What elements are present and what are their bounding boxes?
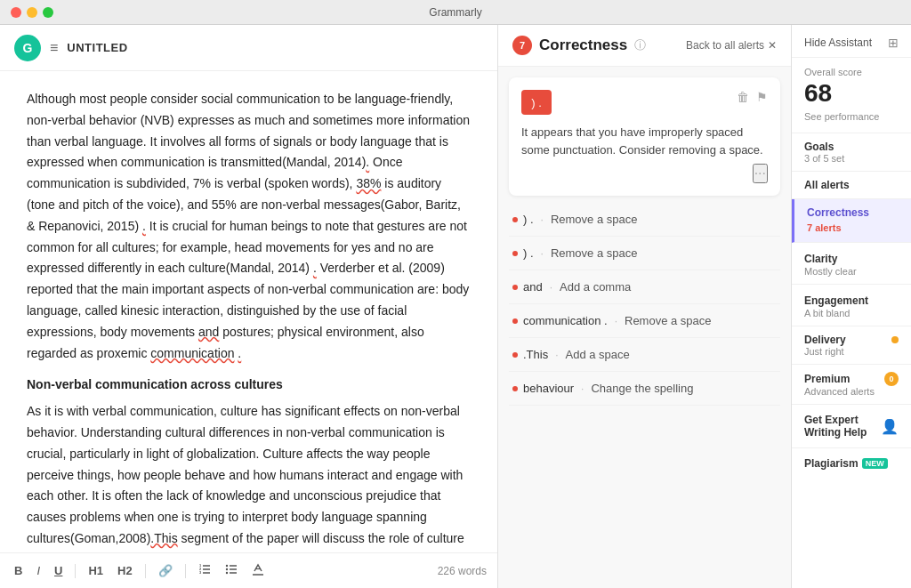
alert-keyword: ) . <box>523 246 534 260</box>
plagiarism-section[interactable]: Plagiarism NEW <box>792 448 911 479</box>
bold-button[interactable]: B <box>11 562 26 579</box>
list-item[interactable]: and · Add a comma <box>509 270 780 304</box>
document-title[interactable]: UNTITLED <box>67 41 127 54</box>
app-layout: G ≡ UNTITLED Although most people consid… <box>0 25 911 588</box>
alert-card-icon: ) . <box>521 90 552 115</box>
alert-separator: · <box>581 383 584 395</box>
hide-assistant-button[interactable]: Hide Assistant <box>804 36 872 49</box>
menu-icon[interactable]: ≡ <box>50 40 58 56</box>
alert-keyword: communication . <box>523 314 608 327</box>
premium-sub: Advanced alerts <box>804 386 899 397</box>
alert-keyword: .This <box>523 348 548 361</box>
delivery-label: Delivery <box>804 334 846 346</box>
toolbar-divider-3 <box>185 564 186 578</box>
alert-more-options[interactable]: ··· <box>753 164 768 183</box>
unordered-list-button[interactable] <box>222 561 241 580</box>
alert-suggestion: Change the spelling <box>591 382 693 395</box>
alert-suggestion: Add a space <box>566 348 630 361</box>
category-engagement[interactable]: Engagement A bit bland <box>792 285 911 326</box>
word-count: 226 words <box>438 565 487 577</box>
close-button[interactable] <box>11 7 21 18</box>
title-bar: Grammarly <box>0 0 911 25</box>
alert-suggestion: Remove a space <box>551 213 638 226</box>
alert-card-header: ) . 🗑 ⚑ <box>521 90 768 115</box>
correctness-label: Correctness <box>807 206 869 219</box>
list-item[interactable]: communication . · Remove a space <box>509 304 780 338</box>
see-performance-link[interactable]: See performance <box>804 111 879 122</box>
new-badge: NEW <box>862 458 888 469</box>
goals-sub: 3 of 5 set <box>804 153 899 164</box>
h2-button[interactable]: H2 <box>114 562 136 579</box>
alert-dot-icon <box>512 285 518 290</box>
list-item[interactable]: .This · Add a space <box>509 338 780 372</box>
list-item[interactable]: ) . · Remove a space <box>509 203 780 237</box>
expert-section[interactable]: Get Expert Writing Help 👤 <box>792 405 911 448</box>
window-controls <box>11 7 53 18</box>
engagement-label: Engagement <box>804 294 868 307</box>
score-number: 68 <box>804 79 832 108</box>
alerts-panel-title: Correctness <box>539 36 627 54</box>
alert-suggestion: Add a comma <box>560 280 631 294</box>
alert-dot-icon <box>512 352 518 358</box>
category-correctness[interactable]: Correctness 7 alerts <box>792 199 911 243</box>
goals-section[interactable]: Goals 3 of 5 set <box>792 133 911 172</box>
category-correctness-header: Correctness <box>807 206 899 219</box>
ordered-list-button[interactable]: 123 <box>195 561 214 580</box>
premium-badge: 0 <box>884 372 899 386</box>
premium-header: Premium 0 <box>804 372 899 386</box>
h1-button[interactable]: H1 <box>85 562 107 579</box>
minimize-button[interactable] <box>27 7 37 18</box>
alert-suggestion: Remove a space <box>625 314 712 327</box>
info-icon[interactable]: ⓘ <box>634 37 646 53</box>
alert-keyword: and <box>523 280 543 294</box>
flag-alert-button[interactable]: ⚑ <box>756 90 768 104</box>
score-section: Overall score 68 See performance <box>792 58 911 133</box>
link-button[interactable]: 🔗 <box>155 562 176 579</box>
alert-count-badge: 7 <box>512 36 532 55</box>
plagiarism-label: Plagiarism <box>804 457 859 470</box>
svg-point-11 <box>225 572 227 574</box>
svg-text:3: 3 <box>199 570 202 575</box>
list-item[interactable]: ) . · Remove a space <box>509 237 780 270</box>
italic-button[interactable]: I <box>33 562 44 579</box>
person-icon: 👤 <box>881 418 899 435</box>
back-to-alerts-button[interactable]: Back to all alerts ✕ <box>686 39 777 52</box>
clear-format-button[interactable] <box>248 561 268 580</box>
alert-card-actions: 🗑 ⚑ <box>737 90 768 104</box>
close-icon: ✕ <box>768 39 777 52</box>
delivery-sub: Just right <box>804 346 899 357</box>
engagement-sub: A bit bland <box>804 308 899 318</box>
delete-alert-button[interactable]: 🗑 <box>737 90 749 104</box>
alert-suggestion: Remove a space <box>551 246 638 260</box>
app-title: Grammarly <box>429 6 481 19</box>
all-alerts-label: All alerts <box>804 179 899 191</box>
alert-keyword: behaviour <box>523 382 574 395</box>
svg-point-10 <box>225 568 227 570</box>
premium-label: Premium <box>804 373 850 385</box>
category-delivery[interactable]: Delivery Just right <box>792 326 911 365</box>
clarity-sub: Mostly clear <box>804 266 899 277</box>
maximize-button[interactable] <box>43 7 53 18</box>
grammarly-logo: G <box>14 35 41 61</box>
toolbar-divider-1 <box>75 564 76 578</box>
toolbar-divider-2 <box>145 564 146 578</box>
alert-separator: · <box>555 349 558 361</box>
alerts-panel: 7 Correctness ⓘ Back to all alerts ✕ ) .… <box>498 25 792 588</box>
editor-header: G ≡ UNTITLED <box>0 25 497 71</box>
correctness-sub: 7 alerts <box>807 222 842 233</box>
alert-card[interactable]: ) . 🗑 ⚑ It appears that you have imprope… <box>509 77 780 196</box>
expert-row: Get Expert Writing Help 👤 <box>804 414 899 439</box>
list-item[interactable]: behaviour · Change the spelling <box>509 372 780 406</box>
alerts-list: ) . · Remove a space ) . · Remove a spac… <box>498 196 791 588</box>
alert-dot-icon <box>512 318 518 324</box>
underline-button[interactable]: U <box>51 562 66 579</box>
alert-separator: · <box>541 213 544 226</box>
alert-card-footer: ··· <box>521 164 768 183</box>
editor-body[interactable]: Although most people consider social com… <box>0 71 497 552</box>
score-row: 68 <box>804 79 899 108</box>
alert-separator: · <box>550 281 552 294</box>
category-premium[interactable]: Premium 0 Advanced alerts <box>792 365 911 405</box>
category-clarity[interactable]: Clarity Mostly clear <box>792 243 911 285</box>
right-panel: Hide Assistant ⊞ Overall score 68 See pe… <box>792 25 911 588</box>
panel-options-button[interactable]: ⊞ <box>888 36 899 50</box>
